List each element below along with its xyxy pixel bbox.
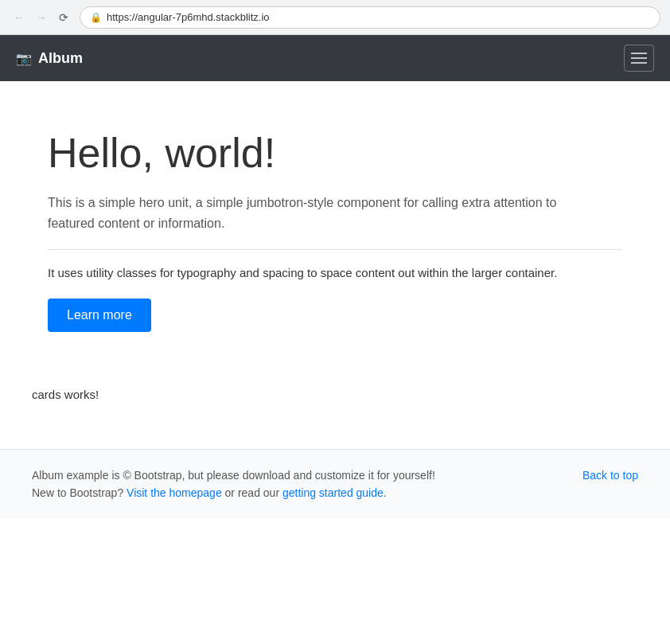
back-to-top-link[interactable]: Back to top xyxy=(582,469,638,482)
hamburger-button[interactable] xyxy=(624,45,654,72)
camera-icon: 📷 xyxy=(16,51,32,66)
learn-more-button[interactable]: Learn more xyxy=(48,299,151,332)
jumbotron-heading: Hello, world! xyxy=(48,129,622,177)
page-wrapper: 📷 Album Hello, world! This is a simple h… xyxy=(0,35,670,518)
address-bar[interactable]: 🔒 https://angular-7p6mhd.stackblitz.io xyxy=(80,6,660,29)
lock-icon: 🔒 xyxy=(90,12,102,23)
getting-started-link[interactable]: getting started guide. xyxy=(282,486,387,499)
navbar-brand[interactable]: 📷 Album xyxy=(16,50,83,67)
main-content: cards works! xyxy=(0,364,670,449)
hamburger-line-2 xyxy=(631,57,647,59)
hamburger-line-1 xyxy=(631,53,647,54)
jumbotron-lead: This is a simple hero unit, a simple jum… xyxy=(48,193,605,233)
back-button[interactable]: ← xyxy=(10,8,29,27)
cards-works-text: cards works! xyxy=(32,380,654,433)
navbar: 📷 Album xyxy=(0,35,670,81)
forward-button[interactable]: → xyxy=(32,8,51,27)
footer-new-to-bootstrap: New to Bootstrap? xyxy=(32,486,123,499)
jumbotron-divider xyxy=(48,249,622,250)
footer-bottom-row: New to Bootstrap? Visit the homepage or … xyxy=(32,486,638,499)
footer-copyright: Album example is © Bootstrap, but please… xyxy=(32,469,435,482)
url-text: https://angular-7p6mhd.stackblitz.io xyxy=(107,11,270,23)
footer-or-read: or read our xyxy=(225,486,279,499)
browser-chrome: ← → ⟳ 🔒 https://angular-7p6mhd.stackblit… xyxy=(0,0,670,35)
jumbotron: Hello, world! This is a simple hero unit… xyxy=(0,81,670,364)
jumbotron-sub-text: It uses utility classes for typography a… xyxy=(48,266,622,279)
visit-homepage-link[interactable]: Visit the homepage xyxy=(127,486,222,499)
footer: Album example is © Bootstrap, but please… xyxy=(0,449,670,518)
hamburger-line-3 xyxy=(631,62,647,64)
footer-top-row: Album example is © Bootstrap, but please… xyxy=(32,469,638,482)
brand-label: Album xyxy=(38,50,83,67)
refresh-button[interactable]: ⟳ xyxy=(54,8,73,27)
nav-buttons: ← → ⟳ xyxy=(10,8,73,27)
